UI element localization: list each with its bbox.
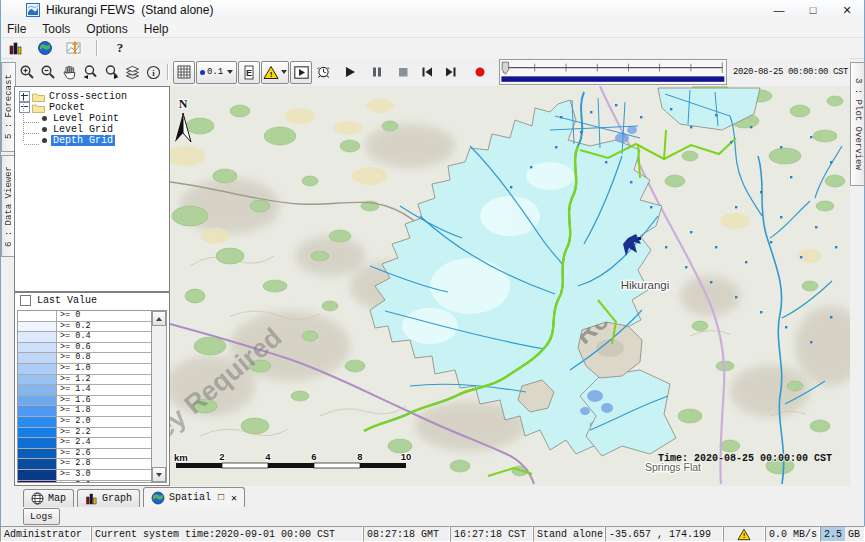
svg-text:8: 8 bbox=[357, 451, 362, 462]
status-user: Administrator bbox=[0, 526, 91, 542]
pan-hand-icon[interactable] bbox=[59, 62, 79, 82]
legend-scrollbar[interactable] bbox=[151, 310, 167, 483]
last-value-checkbox[interactable] bbox=[20, 295, 31, 306]
layers-icon[interactable] bbox=[122, 62, 142, 82]
color-swatch bbox=[18, 438, 57, 448]
skip-to-end-button[interactable] bbox=[441, 62, 461, 82]
window-title: Hikurangi FEWS (Stand alone) bbox=[46, 3, 213, 17]
bar-chart-icon bbox=[85, 492, 98, 505]
bottom-tab-spatial[interactable]: Spatial □ ✕ bbox=[143, 487, 245, 507]
color-swatch bbox=[18, 311, 57, 321]
svg-text:i: i bbox=[152, 68, 155, 78]
contour-interval-dropdown[interactable]: 0.1 bbox=[196, 61, 237, 84]
animation-export-button[interactable] bbox=[290, 61, 312, 84]
timeline-thumb[interactable] bbox=[502, 62, 508, 74]
skip-to-start-button[interactable] bbox=[417, 62, 437, 82]
status-coordinates: -35.657 , 174.199 bbox=[605, 526, 723, 542]
info-button[interactable]: i bbox=[143, 62, 163, 82]
status-warning-cell[interactable]: ! bbox=[723, 526, 765, 542]
animation-settings-clock-icon[interactable] bbox=[313, 62, 333, 82]
map-viewport[interactable]: API Key Required bbox=[170, 86, 850, 486]
logs-row: Logs bbox=[14, 507, 60, 526]
map-canvas[interactable]: API Key Required bbox=[170, 86, 850, 486]
spatial-minimize-icon[interactable]: □ bbox=[218, 492, 224, 503]
legend-row[interactable]: >= 3.2 bbox=[18, 481, 151, 484]
color-swatch bbox=[18, 470, 57, 480]
status-network-rate: 0.0 MB/s bbox=[765, 526, 820, 542]
status-memory: 2.5 GB bbox=[820, 526, 865, 542]
tree-node-cross-section[interactable]: Cross-section bbox=[15, 91, 169, 102]
menu-item-file[interactable]: File bbox=[7, 22, 26, 36]
help-button[interactable]: ? bbox=[110, 38, 130, 58]
right-tab-strip: 3 : Plot Overview bbox=[850, 62, 864, 186]
status-mode: Stand alone bbox=[533, 526, 605, 542]
minimize-button[interactable]: — bbox=[762, 0, 796, 20]
color-swatch bbox=[18, 385, 57, 395]
color-swatch bbox=[18, 343, 57, 353]
spatial-close-icon[interactable]: ✕ bbox=[231, 492, 237, 504]
bottom-tab-map[interactable]: Map bbox=[23, 489, 74, 507]
color-swatch bbox=[18, 322, 57, 332]
tree-connector bbox=[24, 122, 39, 123]
titlebar: Hikurangi FEWS (Stand alone) — □ ✕ bbox=[1, 0, 864, 20]
record-button[interactable] bbox=[470, 62, 490, 82]
svg-text:4: 4 bbox=[265, 451, 271, 462]
toolbar-top: ? bbox=[1, 38, 864, 59]
spatial-display-globe-icon[interactable] bbox=[35, 38, 55, 58]
zoom-previous-button[interactable] bbox=[80, 62, 100, 82]
maximize-button[interactable]: □ bbox=[796, 0, 830, 20]
timeseries-display-icon[interactable] bbox=[64, 38, 84, 58]
play-button[interactable] bbox=[340, 62, 360, 82]
chevron-down-icon bbox=[281, 70, 287, 74]
color-swatch bbox=[18, 406, 57, 416]
menubar: File Tools Options Help bbox=[1, 20, 864, 38]
svg-text:!: ! bbox=[270, 70, 273, 79]
tab-plot-overview[interactable]: 3 : Plot Overview bbox=[850, 62, 865, 186]
svg-text:E: E bbox=[246, 68, 252, 78]
color-swatch bbox=[18, 375, 57, 385]
explorer-bars-icon[interactable] bbox=[6, 38, 26, 58]
zoom-out-button[interactable] bbox=[38, 62, 58, 82]
grid-toggle-button[interactable] bbox=[173, 61, 195, 84]
color-swatch bbox=[18, 353, 57, 363]
zoom-in-button[interactable] bbox=[17, 62, 37, 82]
timeline-range-bar bbox=[502, 76, 725, 81]
menu-item-help[interactable]: Help bbox=[144, 22, 169, 36]
svg-text:10: 10 bbox=[401, 451, 412, 462]
color-swatch bbox=[18, 417, 57, 427]
warnings-dropdown[interactable]: ! bbox=[261, 61, 289, 84]
timeline-slider[interactable] bbox=[499, 59, 727, 85]
legend-row[interactable]: >= 3.0 bbox=[18, 470, 151, 481]
tree-panel: Cross-section Pocket Level Point Level G… bbox=[14, 86, 170, 292]
collapse-icon[interactable] bbox=[19, 102, 30, 113]
scroll-down-button[interactable] bbox=[152, 467, 166, 482]
left-tab-strip: 5 : Forecast 6 : Data Viewer bbox=[1, 62, 15, 257]
scale-ruler-button[interactable]: E bbox=[238, 61, 260, 84]
folder-open-icon bbox=[32, 103, 45, 113]
legend-row[interactable]: >= 1.0 bbox=[18, 364, 151, 375]
color-swatch bbox=[18, 428, 57, 438]
bullet-icon bbox=[42, 127, 47, 132]
pause-button[interactable] bbox=[367, 62, 387, 82]
expand-icon[interactable] bbox=[19, 91, 30, 102]
last-value-label: Last Value bbox=[37, 295, 97, 306]
svg-text:N: N bbox=[179, 97, 188, 111]
svg-text:2: 2 bbox=[219, 451, 224, 462]
zoom-next-button[interactable] bbox=[101, 62, 121, 82]
logs-button[interactable]: Logs bbox=[23, 508, 60, 525]
color-swatch bbox=[18, 459, 57, 469]
dot-icon bbox=[200, 70, 205, 75]
close-button[interactable]: ✕ bbox=[830, 0, 864, 20]
stop-button[interactable] bbox=[393, 62, 413, 82]
menu-item-tools[interactable]: Tools bbox=[42, 22, 70, 36]
bottom-tab-graph[interactable]: Graph bbox=[77, 489, 140, 507]
menu-item-options[interactable]: Options bbox=[86, 22, 127, 36]
tree-node-pocket[interactable]: Pocket bbox=[15, 102, 169, 113]
svg-text:6: 6 bbox=[311, 451, 316, 462]
globe-wireframe-icon bbox=[31, 492, 44, 505]
scroll-up-button[interactable] bbox=[152, 311, 166, 326]
color-swatch bbox=[18, 449, 57, 459]
bullet-icon bbox=[42, 138, 47, 143]
legend-row[interactable]: >= 0 bbox=[18, 311, 151, 322]
legend-row[interactable]: >= 2.0 bbox=[18, 417, 151, 428]
